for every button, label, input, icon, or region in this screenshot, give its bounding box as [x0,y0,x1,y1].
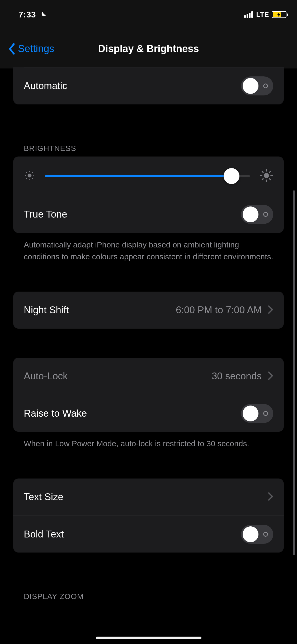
night-shift-row[interactable]: Night Shift 6:00 PM to 7:00 AM [13,292,284,329]
night-shift-value: 6:00 PM to 7:00 AM [176,305,262,316]
text-size-row[interactable]: Text Size [13,479,284,516]
svg-line-16 [262,179,263,180]
raise-to-wake-row[interactable]: Raise to Wake [13,395,284,432]
brightness-low-icon [24,170,35,182]
text-size-label: Text Size [24,491,63,503]
text-group: Text Size Bold Text [13,479,284,553]
svg-point-0 [28,174,32,178]
brightness-header: BRIGHTNESS [13,144,284,157]
automatic-toggle[interactable] [241,76,273,95]
status-bar: 7:33 LTE [0,0,297,29]
true-tone-footer: Automatically adapt iPhone display based… [13,233,284,263]
brightness-slider-row [13,157,284,196]
cellular-signal-icon [244,11,253,18]
bold-text-label: Bold Text [24,529,64,540]
chevron-left-icon [8,43,16,55]
do-not-disturb-icon [40,11,47,18]
svg-line-15 [270,179,271,180]
lock-group: Auto-Lock 30 seconds Raise to Wake [13,358,284,432]
true-tone-toggle[interactable] [241,205,273,224]
svg-line-17 [270,171,271,172]
chevron-right-icon [268,371,273,381]
page-title: Display & Brightness [98,43,199,54]
bold-text-toggle[interactable] [241,525,273,544]
auto-lock-label: Auto-Lock [24,371,68,382]
auto-lock-footer: When in Low Power Mode, auto-lock is res… [13,432,284,449]
brightness-slider[interactable] [45,175,250,177]
raise-to-wake-toggle[interactable] [241,404,273,423]
automatic-row[interactable]: Automatic [13,67,284,104]
raise-to-wake-label: Raise to Wake [24,408,87,419]
scrollbar[interactable] [293,190,295,555]
svg-point-9 [264,173,269,178]
status-time: 7:33 [18,10,36,20]
chevron-right-icon [268,492,273,502]
back-button[interactable]: Settings [8,43,54,55]
nav-header: Settings Display & Brightness [0,29,297,69]
settings-scroll[interactable]: Automatic BRIGHTNESS [0,67,297,642]
automatic-label: Automatic [24,80,67,91]
display-zoom-header: DISPLAY ZOOM [13,592,284,605]
brightness-group: True Tone [13,157,284,233]
brightness-high-icon [260,169,273,183]
battery-charging-icon [272,11,286,18]
night-shift-label: Night Shift [24,305,69,316]
true-tone-label: True Tone [24,209,67,220]
appearance-group: Automatic [13,67,284,104]
chevron-right-icon [268,305,273,315]
bold-text-row[interactable]: Bold Text [13,516,284,553]
back-label: Settings [18,43,54,54]
auto-lock-row[interactable]: Auto-Lock 30 seconds [13,358,284,395]
home-indicator[interactable] [96,637,201,639]
true-tone-row[interactable]: True Tone [13,196,284,233]
svg-line-14 [262,171,263,172]
night-shift-group: Night Shift 6:00 PM to 7:00 AM [13,292,284,329]
network-label: LTE [256,11,269,19]
auto-lock-value: 30 seconds [212,371,262,382]
